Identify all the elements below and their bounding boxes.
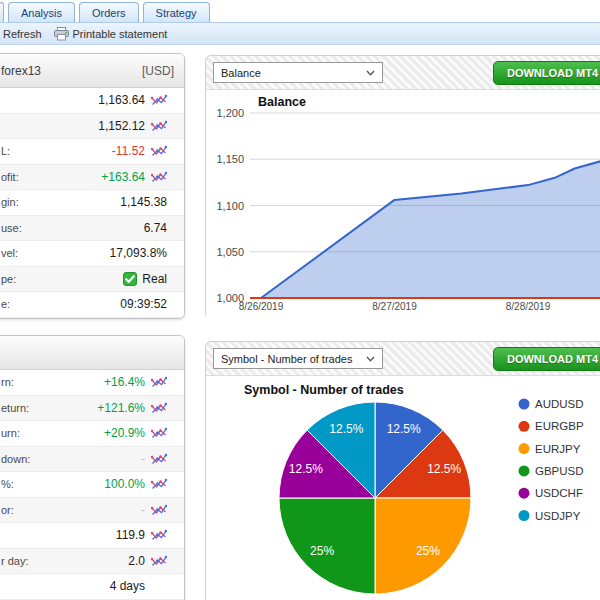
chevron-down-icon — [366, 70, 375, 76]
row-value: 2.0 — [128, 554, 145, 568]
row-label: use: — [1, 222, 22, 234]
mini-chart-icon[interactable] — [151, 453, 167, 465]
legend-item-usdjpy: USDJPY — [519, 510, 581, 522]
legend-dot — [519, 443, 530, 454]
row-value: +16.4% — [104, 375, 145, 389]
balance-card: Balance DOWNLOAD MT4 1,0001,0501,1001,15… — [205, 55, 600, 319]
row-label: gin: — [1, 196, 19, 208]
mini-chart-icon[interactable] — [151, 94, 167, 106]
row-value: - — [141, 503, 145, 517]
download-mt4-button[interactable]: DOWNLOAD MT4 — [493, 61, 600, 85]
legend-item-eurjpy: EURJPY — [519, 443, 581, 455]
svg-text:1,100: 1,100 — [216, 200, 244, 212]
svg-text:25%: 25% — [416, 544, 440, 558]
pie-card: Symbol - Number of trades DOWNLOAD MT4 S… — [205, 341, 600, 600]
pie-select-value: Symbol - Number of trades — [221, 353, 352, 365]
row-label: urn: — [1, 427, 20, 439]
row-value: +163.64 — [101, 170, 145, 184]
statistics-row: 119.9 — [0, 523, 184, 549]
account-row: vel:17,093.8% — [0, 241, 184, 267]
row-value: 1,152.12 — [98, 119, 145, 133]
svg-text:12.5%: 12.5% — [289, 462, 323, 476]
chevron-down-icon — [366, 356, 375, 362]
svg-text:12.5%: 12.5% — [387, 422, 421, 436]
balance-chart-area: 1,0001,0501,1001,1501,200Balance8/26/201… — [206, 89, 600, 320]
tab-bar: Analysis Orders Strategy — [0, 0, 600, 22]
row-label: r day: — [1, 555, 29, 567]
tab-strategy[interactable]: Strategy — [143, 2, 210, 22]
refresh-button[interactable]: Refresh — [0, 28, 45, 40]
legend-item-audusd: AUDUSD — [519, 398, 584, 410]
row-value: 6.74 — [144, 221, 167, 235]
row-value: Real — [123, 272, 167, 286]
row-label: %: — [1, 478, 14, 490]
legend-item-gbpusd: GBPUSD — [519, 465, 584, 477]
account-row: ofit:+163.64 — [0, 165, 184, 191]
statistics-row: %:100.0% — [0, 472, 184, 498]
mini-chart-icon[interactable] — [151, 478, 167, 490]
row-label: rn: — [1, 376, 14, 388]
pie-chart: Symbol - Number of trades12.5%12.5%25%25… — [206, 376, 600, 600]
row-label: down: — [1, 453, 30, 465]
analysis-page: { "tabs": [ {"label": "Analysis"}, {"lab… — [0, 0, 600, 600]
statistics-row: down:- — [0, 447, 184, 473]
svg-text:25%: 25% — [310, 544, 334, 558]
account-panel: forex13 [USD] 1,163.641,152.12L:-11.52of… — [0, 53, 185, 319]
legend-item-eurgbp: EURGBP — [519, 420, 584, 432]
mini-chart-icon[interactable] — [151, 555, 167, 567]
svg-text:Balance: Balance — [258, 95, 306, 109]
mini-chart-icon[interactable] — [151, 376, 167, 388]
row-value: 1,163.64 — [98, 93, 145, 107]
svg-text:USDCHF: USDCHF — [535, 487, 583, 499]
download-mt4-button[interactable]: DOWNLOAD MT4 — [493, 347, 600, 371]
svg-text:EURJPY: EURJPY — [535, 443, 581, 455]
row-label: ofit: — [1, 171, 19, 183]
account-row: e:09:39:52 — [0, 292, 184, 318]
row-value: - — [141, 452, 145, 466]
svg-text:12.5%: 12.5% — [329, 422, 363, 436]
account-row: 1,152.12 — [0, 114, 184, 140]
svg-text:8/28/2019: 8/28/2019 — [506, 301, 551, 312]
mini-chart-icon[interactable] — [151, 171, 167, 183]
row-label: vel: — [1, 247, 18, 259]
pie-chart-area: Symbol - Number of trades12.5%12.5%25%25… — [206, 375, 600, 600]
row-value: 4 days — [110, 579, 145, 593]
row-label: eturn: — [1, 402, 29, 414]
statistics-row: 4 days — [0, 574, 184, 600]
printable-statement-button[interactable]: Printable statement — [51, 27, 171, 41]
legend-dot — [519, 488, 530, 499]
statistics-row: eturn:+121.6% — [0, 396, 184, 422]
pie-chart-select[interactable]: Symbol - Number of trades — [213, 348, 383, 369]
account-row: L:-11.52 — [0, 139, 184, 165]
balance-chart: 1,0001,0501,1001,1501,200Balance8/26/201… — [206, 90, 600, 320]
svg-text:Symbol - Number of trades: Symbol - Number of trades — [244, 383, 404, 397]
statistics-panel-header — [0, 336, 184, 370]
svg-text:1,200: 1,200 — [216, 107, 244, 119]
tab-fragment[interactable] — [0, 2, 4, 22]
balance-chart-select[interactable]: Balance — [213, 62, 383, 83]
tab-orders[interactable]: Orders — [79, 2, 139, 22]
row-label: or: — [1, 504, 14, 516]
row-value: 09:39:52 — [120, 297, 167, 311]
row-label: pe: — [1, 273, 16, 285]
svg-text:AUDUSD: AUDUSD — [535, 398, 584, 410]
mini-chart-icon[interactable] — [151, 504, 167, 516]
account-currency: [USD] — [142, 64, 174, 78]
statistics-row: rn:+16.4% — [0, 370, 184, 396]
tab-analysis[interactable]: Analysis — [8, 2, 75, 22]
account-name: forex13 — [1, 64, 41, 78]
mini-chart-icon[interactable] — [151, 529, 167, 541]
svg-text:GBPUSD: GBPUSD — [535, 465, 584, 477]
toolbar: Refresh Printable statement — [0, 22, 600, 45]
row-value: 119.9 — [116, 528, 145, 542]
mini-chart-icon[interactable] — [151, 402, 167, 414]
mini-chart-icon[interactable] — [151, 427, 167, 439]
mini-chart-icon[interactable] — [151, 120, 167, 132]
svg-text:1,150: 1,150 — [216, 153, 244, 165]
account-row: gin:1,145.38 — [0, 190, 184, 216]
svg-text:8/27/2019: 8/27/2019 — [372, 301, 417, 312]
mini-chart-icon[interactable] — [151, 145, 167, 157]
account-row: use:6.74 — [0, 216, 184, 242]
legend-dot — [519, 421, 530, 432]
printable-statement-label: Printable statement — [73, 28, 168, 40]
